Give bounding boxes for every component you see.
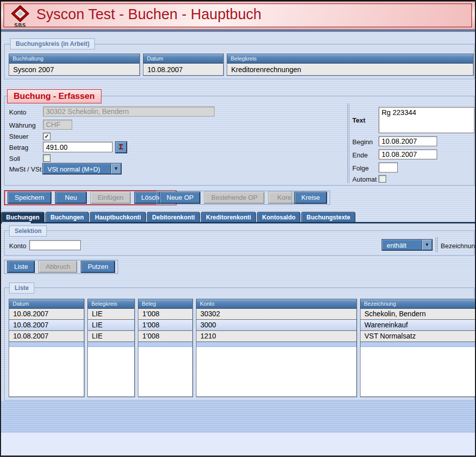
liste-bezeichnung-header[interactable]: Bezeichnung [360, 299, 476, 309]
liste-belegkreis-column: Belegkreis LIE LIE LIE [87, 299, 135, 397]
table-row-empty [88, 342, 134, 347]
speichern-button[interactable]: Speichern [8, 192, 51, 203]
table-row[interactable]: Schekolin, Bendern [360, 309, 476, 320]
application-window: SBS Syscon Test - Buchen - Hauptbuch Buc… [0, 0, 476, 457]
window-border-left [0, 0, 1, 457]
automat-checkbox[interactable] [379, 175, 386, 183]
header-divider [0, 29, 476, 32]
ende-label: Ende [352, 151, 367, 159]
liste-beleg-header[interactable]: Beleg [138, 299, 192, 309]
buchhaltung-header: Buchhaltung [9, 54, 139, 64]
bestehende-op-button[interactable]: Bestehende OP [204, 192, 264, 203]
table-row[interactable]: 3000 [196, 320, 356, 331]
soll-label: Soll [9, 155, 20, 162]
steuer-checkbox[interactable]: ✓ [43, 133, 50, 140]
liste-konto-header[interactable]: Konto [196, 299, 356, 309]
steuer-label: Steuer [9, 133, 28, 140]
liste-beleg-column: Beleg 1'008 1'008 1'008 [138, 299, 193, 397]
tab-buchungstexte[interactable]: Buchungstexte [301, 212, 355, 222]
table-row[interactable]: 1'008 [138, 320, 192, 331]
table-row[interactable]: 1'008 [138, 309, 192, 320]
buchhaltung-value: Syscon 2007 [9, 64, 139, 75]
table-row-empty [360, 342, 476, 347]
tab-buchungen-active[interactable]: Buchungen [1, 212, 44, 222]
table-row[interactable]: 1'008 [138, 331, 192, 342]
app-header-panel: SBS Syscon Test - Buchen - Hauptbuch [4, 4, 472, 27]
tab-underline [0, 222, 476, 223]
tab-buchungen[interactable]: Buchungen [45, 212, 89, 222]
folge-field[interactable] [379, 162, 398, 173]
table-row-empty [138, 342, 192, 347]
bottom-striped-band [0, 401, 476, 433]
table-row[interactable]: VST Normalsatz [360, 331, 476, 342]
bezeichnung-label: Bezeichnung [441, 242, 476, 250]
match-mode-dropdown[interactable]: enthält ▼ [382, 240, 432, 250]
mwst-dropdown-button[interactable]: ▼ [111, 163, 121, 174]
liste-button[interactable]: Liste [8, 261, 34, 272]
sbs-diamond-icon [11, 5, 30, 22]
datum-header: Datum [143, 54, 223, 64]
sum-button[interactable]: Σ [116, 142, 127, 153]
form-divider [347, 103, 349, 183]
soll-checkbox[interactable] [43, 154, 50, 162]
page-title: Syscon Test - Buchen - Hauptbuch [36, 6, 261, 23]
beginn-label: Beginn [352, 138, 373, 146]
table-row[interactable]: 10.08.2007 [9, 309, 84, 320]
neue-op-button[interactable]: Neue OP [160, 192, 200, 203]
putzen-button[interactable]: Putzen [81, 261, 115, 272]
table-row[interactable]: LIE [88, 309, 134, 320]
buchhaltung-column: Buchhaltung Syscon 2007 [9, 53, 140, 76]
tab-debitorenkonti[interactable]: Debitorenkonti [147, 212, 200, 222]
chevron-down-icon[interactable]: ▼ [422, 240, 432, 250]
waehrung-field[interactable] [43, 120, 72, 130]
sbs-logo-icon: SBS [8, 5, 32, 27]
konto-label: Konto [9, 108, 26, 116]
abbruch-button[interactable]: Abbruch [39, 261, 76, 272]
erfassen-legend: Buchung - Erfassen [7, 89, 101, 103]
table-row[interactable]: LIE [88, 320, 134, 331]
table-row[interactable]: Wareneinkauf [360, 320, 476, 331]
list-actions-group: Liste Abbruch Putzen [4, 260, 118, 274]
datum-column: Datum 10.08.2007 [143, 53, 224, 76]
app-header: SBS Syscon Test - Buchen - Hauptbuch [1, 2, 475, 29]
table-row[interactable]: 10.08.2007 [9, 320, 84, 331]
table-row[interactable]: 10.08.2007 [9, 331, 84, 342]
tab-bar: Buchungen Buchungen Hauptbuchkonti Debit… [1, 212, 355, 222]
table-row-empty [196, 342, 356, 347]
op-actions-group: Neue OP Bestehende OP Kore [156, 191, 303, 205]
konto-field[interactable] [43, 106, 215, 117]
text-field[interactable]: Rg 223344 [379, 107, 474, 133]
sigma-icon: Σ [119, 143, 123, 151]
liste-belegkreis-header[interactable]: Belegkreis [88, 299, 134, 309]
tab-kreditorenkonti[interactable]: Kreditorenkonti [201, 212, 256, 222]
tab-kontosaldo[interactable]: Kontosaldo [257, 212, 300, 222]
table-row[interactable]: 1210 [196, 331, 356, 342]
mwst-dropdown[interactable]: VSt normal (M+D) ▼ [43, 163, 121, 174]
belegkreis-value: Kreditorenrechnungen [227, 64, 473, 75]
mwst-label: MwSt / VSt [9, 165, 41, 173]
liste-datum-column: Datum 10.08.2007 10.08.2007 10.08.2007 [9, 299, 84, 397]
belegkreis-header: Belegkreis [227, 54, 473, 64]
folge-label: Folge [352, 164, 369, 172]
liste-datum-header[interactable]: Datum [9, 299, 84, 309]
ende-field[interactable] [379, 149, 437, 159]
checkmark-icon: ✓ [44, 133, 49, 139]
selektion-legend: Selektion [9, 225, 47, 237]
tab-hauptbuchkonti[interactable]: Hauptbuchkonti [90, 212, 146, 222]
logo-label: SBS [8, 23, 32, 28]
waehrung-label: Währung [9, 122, 36, 129]
datum-value: 10.08.2007 [143, 64, 223, 75]
betrag-field[interactable] [43, 142, 113, 152]
chevron-down-icon: ▼ [114, 166, 119, 171]
text-label: Text [352, 117, 365, 124]
liste-legend: Liste [9, 282, 34, 294]
einfuegen-button[interactable]: Einfügen [91, 192, 130, 203]
active-tab-notch [2, 222, 31, 223]
kreise-button[interactable]: Kreise [295, 192, 327, 203]
selektion-konto-field[interactable] [29, 240, 81, 250]
belegkreis-column: Belegkreis Kreditorenrechnungen [227, 53, 473, 76]
table-row[interactable]: 30302 [196, 309, 356, 320]
table-row[interactable]: LIE [88, 331, 134, 342]
beginn-field[interactable] [379, 136, 437, 146]
neu-button[interactable]: Neu [56, 192, 87, 203]
